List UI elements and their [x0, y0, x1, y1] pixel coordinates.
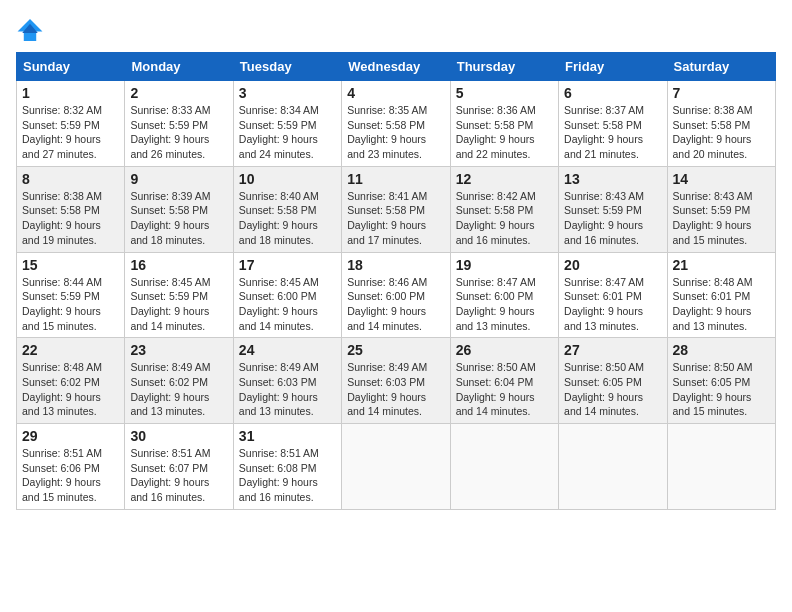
day-info: Sunrise: 8:40 AMSunset: 5:58 PMDaylight:… — [239, 190, 319, 246]
day-number: 4 — [347, 85, 444, 101]
calendar-cell: 14 Sunrise: 8:43 AMSunset: 5:59 PMDaylig… — [667, 166, 775, 252]
day-number: 28 — [673, 342, 770, 358]
day-number: 9 — [130, 171, 227, 187]
day-info: Sunrise: 8:32 AMSunset: 5:59 PMDaylight:… — [22, 104, 102, 160]
calendar-week-4: 22 Sunrise: 8:48 AMSunset: 6:02 PMDaylig… — [17, 338, 776, 424]
calendar-cell — [559, 424, 667, 510]
calendar-cell: 16 Sunrise: 8:45 AMSunset: 5:59 PMDaylig… — [125, 252, 233, 338]
day-number: 13 — [564, 171, 661, 187]
day-info: Sunrise: 8:49 AMSunset: 6:03 PMDaylight:… — [239, 361, 319, 417]
day-info: Sunrise: 8:51 AMSunset: 6:07 PMDaylight:… — [130, 447, 210, 503]
calendar-cell: 25 Sunrise: 8:49 AMSunset: 6:03 PMDaylig… — [342, 338, 450, 424]
calendar-cell: 2 Sunrise: 8:33 AMSunset: 5:59 PMDayligh… — [125, 81, 233, 167]
day-info: Sunrise: 8:50 AMSunset: 6:05 PMDaylight:… — [673, 361, 753, 417]
day-header-thursday: Thursday — [450, 53, 558, 81]
day-number: 15 — [22, 257, 119, 273]
calendar-cell: 13 Sunrise: 8:43 AMSunset: 5:59 PMDaylig… — [559, 166, 667, 252]
day-info: Sunrise: 8:43 AMSunset: 5:59 PMDaylight:… — [673, 190, 753, 246]
day-info: Sunrise: 8:50 AMSunset: 6:04 PMDaylight:… — [456, 361, 536, 417]
calendar-cell: 5 Sunrise: 8:36 AMSunset: 5:58 PMDayligh… — [450, 81, 558, 167]
day-info: Sunrise: 8:38 AMSunset: 5:58 PMDaylight:… — [673, 104, 753, 160]
calendar-cell: 29 Sunrise: 8:51 AMSunset: 6:06 PMDaylig… — [17, 424, 125, 510]
day-number: 17 — [239, 257, 336, 273]
day-info: Sunrise: 8:47 AMSunset: 6:00 PMDaylight:… — [456, 276, 536, 332]
day-info: Sunrise: 8:42 AMSunset: 5:58 PMDaylight:… — [456, 190, 536, 246]
day-number: 18 — [347, 257, 444, 273]
day-number: 6 — [564, 85, 661, 101]
calendar-cell: 12 Sunrise: 8:42 AMSunset: 5:58 PMDaylig… — [450, 166, 558, 252]
day-info: Sunrise: 8:33 AMSunset: 5:59 PMDaylight:… — [130, 104, 210, 160]
day-number: 5 — [456, 85, 553, 101]
day-number: 12 — [456, 171, 553, 187]
day-info: Sunrise: 8:48 AMSunset: 6:01 PMDaylight:… — [673, 276, 753, 332]
calendar-cell: 27 Sunrise: 8:50 AMSunset: 6:05 PMDaylig… — [559, 338, 667, 424]
day-info: Sunrise: 8:39 AMSunset: 5:58 PMDaylight:… — [130, 190, 210, 246]
day-info: Sunrise: 8:34 AMSunset: 5:59 PMDaylight:… — [239, 104, 319, 160]
day-info: Sunrise: 8:51 AMSunset: 6:08 PMDaylight:… — [239, 447, 319, 503]
calendar-cell: 18 Sunrise: 8:46 AMSunset: 6:00 PMDaylig… — [342, 252, 450, 338]
calendar-week-2: 8 Sunrise: 8:38 AMSunset: 5:58 PMDayligh… — [17, 166, 776, 252]
day-info: Sunrise: 8:49 AMSunset: 6:03 PMDaylight:… — [347, 361, 427, 417]
calendar-cell: 23 Sunrise: 8:49 AMSunset: 6:02 PMDaylig… — [125, 338, 233, 424]
day-info: Sunrise: 8:45 AMSunset: 6:00 PMDaylight:… — [239, 276, 319, 332]
day-info: Sunrise: 8:37 AMSunset: 5:58 PMDaylight:… — [564, 104, 644, 160]
calendar-cell — [450, 424, 558, 510]
calendar-header-row: SundayMondayTuesdayWednesdayThursdayFrid… — [17, 53, 776, 81]
day-info: Sunrise: 8:44 AMSunset: 5:59 PMDaylight:… — [22, 276, 102, 332]
day-number: 3 — [239, 85, 336, 101]
calendar-cell: 19 Sunrise: 8:47 AMSunset: 6:00 PMDaylig… — [450, 252, 558, 338]
day-number: 25 — [347, 342, 444, 358]
calendar-cell: 24 Sunrise: 8:49 AMSunset: 6:03 PMDaylig… — [233, 338, 341, 424]
day-info: Sunrise: 8:43 AMSunset: 5:59 PMDaylight:… — [564, 190, 644, 246]
day-info: Sunrise: 8:50 AMSunset: 6:05 PMDaylight:… — [564, 361, 644, 417]
logo — [16, 16, 48, 44]
day-number: 7 — [673, 85, 770, 101]
day-header-wednesday: Wednesday — [342, 53, 450, 81]
calendar-cell: 21 Sunrise: 8:48 AMSunset: 6:01 PMDaylig… — [667, 252, 775, 338]
day-info: Sunrise: 8:38 AMSunset: 5:58 PMDaylight:… — [22, 190, 102, 246]
logo-icon — [16, 16, 44, 44]
calendar-cell: 17 Sunrise: 8:45 AMSunset: 6:00 PMDaylig… — [233, 252, 341, 338]
day-number: 14 — [673, 171, 770, 187]
day-number: 11 — [347, 171, 444, 187]
day-header-saturday: Saturday — [667, 53, 775, 81]
day-number: 29 — [22, 428, 119, 444]
calendar-cell: 8 Sunrise: 8:38 AMSunset: 5:58 PMDayligh… — [17, 166, 125, 252]
day-number: 22 — [22, 342, 119, 358]
calendar-cell: 9 Sunrise: 8:39 AMSunset: 5:58 PMDayligh… — [125, 166, 233, 252]
day-info: Sunrise: 8:35 AMSunset: 5:58 PMDaylight:… — [347, 104, 427, 160]
day-number: 2 — [130, 85, 227, 101]
calendar-cell: 30 Sunrise: 8:51 AMSunset: 6:07 PMDaylig… — [125, 424, 233, 510]
day-number: 1 — [22, 85, 119, 101]
calendar-cell: 26 Sunrise: 8:50 AMSunset: 6:04 PMDaylig… — [450, 338, 558, 424]
day-info: Sunrise: 8:41 AMSunset: 5:58 PMDaylight:… — [347, 190, 427, 246]
page-header — [16, 16, 776, 44]
day-number: 8 — [22, 171, 119, 187]
day-number: 24 — [239, 342, 336, 358]
calendar-cell — [667, 424, 775, 510]
day-number: 30 — [130, 428, 227, 444]
day-info: Sunrise: 8:48 AMSunset: 6:02 PMDaylight:… — [22, 361, 102, 417]
day-number: 16 — [130, 257, 227, 273]
calendar-cell — [342, 424, 450, 510]
calendar-cell: 10 Sunrise: 8:40 AMSunset: 5:58 PMDaylig… — [233, 166, 341, 252]
day-number: 26 — [456, 342, 553, 358]
day-header-monday: Monday — [125, 53, 233, 81]
calendar-cell: 4 Sunrise: 8:35 AMSunset: 5:58 PMDayligh… — [342, 81, 450, 167]
day-number: 21 — [673, 257, 770, 273]
day-info: Sunrise: 8:49 AMSunset: 6:02 PMDaylight:… — [130, 361, 210, 417]
day-info: Sunrise: 8:51 AMSunset: 6:06 PMDaylight:… — [22, 447, 102, 503]
calendar-cell: 22 Sunrise: 8:48 AMSunset: 6:02 PMDaylig… — [17, 338, 125, 424]
day-number: 10 — [239, 171, 336, 187]
calendar-table: SundayMondayTuesdayWednesdayThursdayFrid… — [16, 52, 776, 510]
calendar-cell: 28 Sunrise: 8:50 AMSunset: 6:05 PMDaylig… — [667, 338, 775, 424]
calendar-week-3: 15 Sunrise: 8:44 AMSunset: 5:59 PMDaylig… — [17, 252, 776, 338]
day-number: 19 — [456, 257, 553, 273]
calendar-cell: 20 Sunrise: 8:47 AMSunset: 6:01 PMDaylig… — [559, 252, 667, 338]
calendar-cell: 11 Sunrise: 8:41 AMSunset: 5:58 PMDaylig… — [342, 166, 450, 252]
day-info: Sunrise: 8:36 AMSunset: 5:58 PMDaylight:… — [456, 104, 536, 160]
calendar-cell: 6 Sunrise: 8:37 AMSunset: 5:58 PMDayligh… — [559, 81, 667, 167]
calendar-week-5: 29 Sunrise: 8:51 AMSunset: 6:06 PMDaylig… — [17, 424, 776, 510]
day-number: 20 — [564, 257, 661, 273]
day-number: 27 — [564, 342, 661, 358]
